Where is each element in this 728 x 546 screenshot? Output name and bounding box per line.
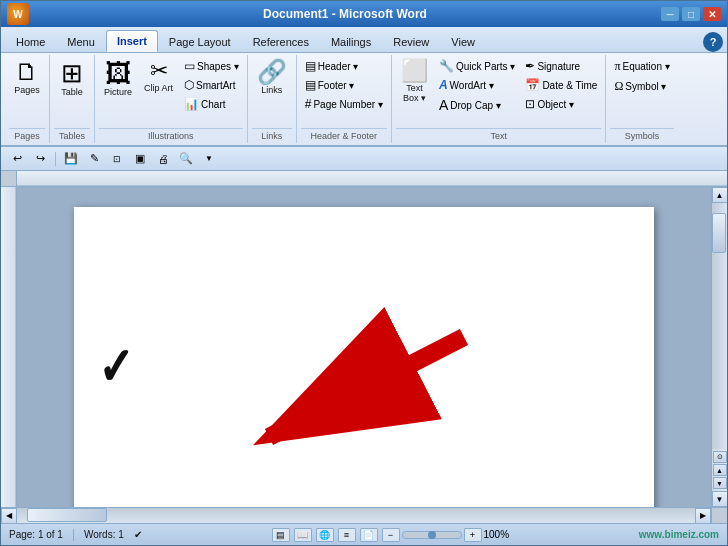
check-icon[interactable]: ✔ [134, 529, 142, 540]
object-button[interactable]: ⊡ Object ▾ [521, 95, 601, 113]
text-stack2: ✒ Signature 📅 Date & Time ⊡ Object ▾ [521, 57, 601, 113]
view-full-reading[interactable]: 📖 [294, 528, 312, 542]
tab-review[interactable]: Review [382, 30, 440, 52]
picture-button[interactable]: 🖼 Picture [99, 57, 137, 100]
ribbon-group-symbols: π Equation ▾ Ω Symbol ▾ Symbols [606, 55, 677, 143]
h-scroll-thumb[interactable] [27, 508, 107, 522]
text-content: ⬜ TextBox ▾ 🔧 Quick Parts ▾ A WordArt ▾ … [396, 57, 602, 126]
links-button[interactable]: 🔗 Links [252, 57, 292, 98]
clip-art-button[interactable]: ✂ Clip Art [139, 57, 178, 96]
symbol-button[interactable]: Ω Symbol ▾ [610, 77, 673, 96]
object-icon: ⊡ [525, 97, 535, 111]
qa-btn-7[interactable]: 🖨 [153, 150, 173, 168]
footer-label: Footer ▾ [318, 80, 355, 91]
scroll-down-button[interactable]: ▼ [712, 491, 728, 507]
scroll-left-button[interactable]: ◀ [1, 508, 17, 524]
scroll-thumb[interactable] [712, 213, 726, 253]
office-button[interactable]: W [7, 3, 29, 25]
view-web-layout[interactable]: 🌐 [316, 528, 334, 542]
wordart-icon: A [439, 78, 448, 92]
svg-line-3 [269, 337, 464, 437]
zoom-in-button[interactable]: + [464, 528, 482, 542]
close-button[interactable]: ✕ [703, 7, 721, 21]
tab-home[interactable]: Home [5, 30, 56, 52]
wordart-button[interactable]: A WordArt ▾ [435, 76, 519, 94]
links-label: Links [261, 85, 282, 95]
pages-button[interactable]: 🗋 Pages [9, 57, 45, 98]
quick-parts-button[interactable]: 🔧 Quick Parts ▾ [435, 57, 519, 75]
pages-group-label: Pages [9, 128, 45, 143]
qa-btn-8[interactable]: 🔍 [176, 150, 196, 168]
tab-page-layout[interactable]: Page Layout [158, 30, 242, 52]
clip-art-label: Clip Art [144, 83, 173, 93]
zoom-slider-track[interactable] [402, 531, 462, 539]
footer-icon: ▤ [305, 78, 316, 92]
zoom-out-button[interactable]: − [382, 528, 400, 542]
shapes-button[interactable]: ▭ Shapes ▾ [180, 57, 243, 75]
view-draft[interactable]: 📄 [360, 528, 378, 542]
word-count: Words: 1 [84, 529, 124, 540]
qa-btn-4[interactable]: ✎ [84, 150, 104, 168]
scrollbar-corner [711, 507, 727, 523]
doc-page-area: ✓ ▲ ⊙ ▲ ▼ ▼ [1, 187, 727, 507]
view-print-layout[interactable]: ▤ [272, 528, 290, 542]
quick-parts-icon: 🔧 [439, 59, 454, 73]
ruler-v-svg [1, 187, 17, 507]
pages-label: Pages [14, 85, 40, 95]
save-button[interactable]: 💾 [61, 150, 81, 168]
signature-button[interactable]: ✒ Signature [521, 57, 601, 75]
tab-references[interactable]: References [242, 30, 320, 52]
hscrollbar-row: ◀ ▶ [1, 507, 727, 523]
tab-view[interactable]: View [440, 30, 486, 52]
scroll-up-button[interactable]: ▲ [712, 187, 728, 203]
ruler-scale [17, 171, 727, 186]
wordart-label: WordArt ▾ [450, 80, 494, 91]
table-button[interactable]: ⊞ Table [54, 57, 90, 100]
doc-column: ✓ ▲ ⊙ ▲ ▼ ▼ [1, 171, 727, 523]
date-button[interactable]: 📅 Date & Time [521, 76, 601, 94]
h-scroll-track[interactable] [17, 508, 695, 523]
chart-label: Chart [201, 99, 225, 110]
equation-label: Equation ▾ [622, 61, 669, 72]
tab-insert[interactable]: Insert [106, 30, 158, 52]
document-content-area[interactable]: ✓ [17, 187, 711, 507]
textbox-label: TextBox ▾ [403, 83, 426, 103]
qa-btn-5[interactable]: ⊡ [107, 150, 127, 168]
footer-button[interactable]: ▤ Footer ▾ [301, 76, 387, 94]
document-page: ✓ [74, 207, 654, 507]
status-bar: Page: 1 of 1 Words: 1 ✔ ▤ 📖 🌐 ≡ 📄 − + 10… [1, 523, 727, 545]
page-number-button[interactable]: # Page Number ▾ [301, 95, 387, 113]
redo-button[interactable]: ↪ [30, 150, 50, 168]
header-button[interactable]: ▤ Header ▾ [301, 57, 387, 75]
view-outline[interactable]: ≡ [338, 528, 356, 542]
chart-button[interactable]: 📊 Chart [180, 95, 243, 113]
drop-cap-button[interactable]: A Drop Cap ▾ [435, 95, 519, 115]
tab-mailings[interactable]: Mailings [320, 30, 382, 52]
hf-stack: ▤ Header ▾ ▤ Footer ▾ # Page Number ▾ [301, 57, 387, 113]
table-label: Table [61, 87, 83, 97]
scroll-track[interactable] [712, 203, 727, 449]
window-title: Document1 - Microsoft Word [263, 7, 427, 21]
prev-page-button[interactable]: ▲ [713, 464, 727, 476]
zoom-slider-thumb[interactable] [428, 531, 436, 539]
maximize-button[interactable]: □ [682, 7, 700, 21]
textbox-button[interactable]: ⬜ TextBox ▾ [396, 57, 433, 106]
help-button[interactable]: ? [703, 32, 723, 52]
symbols-content: π Equation ▾ Ω Symbol ▾ [610, 57, 673, 126]
status-sep-1 [73, 529, 74, 541]
equation-icon: π [614, 59, 620, 74]
smartart-button[interactable]: ⬡ SmartArt [180, 76, 243, 94]
scroll-right-button[interactable]: ▶ [695, 508, 711, 524]
pages-icon: 🗋 [15, 60, 39, 84]
undo-button[interactable]: ↩ [7, 150, 27, 168]
equation-button[interactable]: π Equation ▾ [610, 57, 673, 76]
tab-menu[interactable]: Menu [56, 30, 106, 52]
qa-btn-6[interactable]: ▣ [130, 150, 150, 168]
signature-icon: ✒ [525, 59, 535, 73]
minimize-button[interactable]: ─ [661, 7, 679, 21]
next-page-button[interactable]: ▼ [713, 477, 727, 489]
drop-cap-label: Drop Cap ▾ [450, 100, 501, 111]
quick-access-toolbar: ↩ ↪ 💾 ✎ ⊡ ▣ 🖨 🔍 ▼ [1, 147, 727, 171]
select-browse-button[interactable]: ⊙ [713, 451, 727, 463]
qa-dropdown[interactable]: ▼ [199, 150, 219, 168]
